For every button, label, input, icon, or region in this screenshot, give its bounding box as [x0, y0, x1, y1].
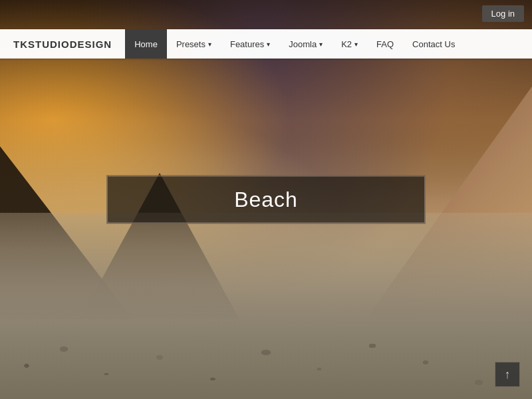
nav-item-features[interactable]: Features ▾ — [221, 29, 279, 59]
chevron-down-icon: ▾ — [267, 41, 270, 48]
chevron-down-icon: ▾ — [319, 41, 323, 48]
arrow-up-icon: ↑ — [505, 368, 511, 382]
hero-title: Beach — [148, 188, 384, 212]
chevron-down-icon: ▾ — [354, 41, 358, 48]
page-wrapper: Log in TKSTUDIODESIGN Home Presets ▾ Fea… — [0, 0, 532, 399]
pebble-overlay — [0, 233, 532, 399]
nav-item-k2[interactable]: K2 ▾ — [332, 29, 367, 59]
hero-title-wrapper: Beach — [106, 176, 426, 224]
nav-item-presets[interactable]: Presets ▾ — [167, 29, 221, 59]
nav-item-faq[interactable]: FAQ — [367, 29, 403, 59]
login-button[interactable]: Log in — [482, 5, 524, 22]
nav-item-joomla[interactable]: Joomla ▾ — [279, 29, 332, 59]
nav-item-home[interactable]: Home — [125, 29, 167, 59]
scroll-to-top-button[interactable]: ↑ — [495, 362, 520, 387]
hero-title-box: Beach — [106, 176, 426, 224]
nav-item-contact[interactable]: Contact Us — [403, 29, 464, 59]
chevron-down-icon: ▾ — [208, 41, 211, 48]
navbar: TKSTUDIODESIGN Home Presets ▾ Features ▾… — [0, 29, 532, 59]
brand-logo: TKSTUDIODESIGN — [0, 39, 125, 50]
nav-menu: Home Presets ▾ Features ▾ Joomla ▾ K2 ▾ … — [125, 29, 464, 59]
top-bar: Log in — [474, 0, 532, 27]
